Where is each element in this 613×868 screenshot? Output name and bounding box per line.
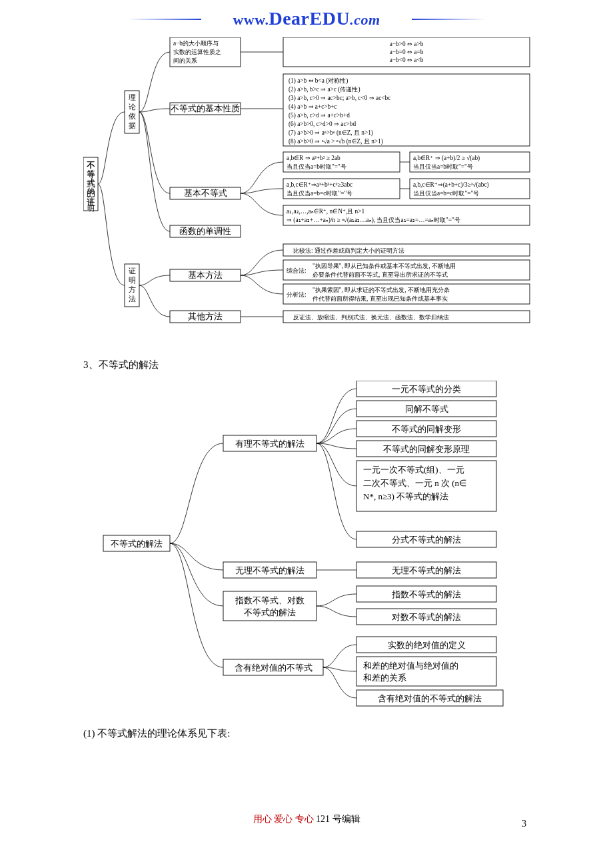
svg-text:a−b<0 ⇔ a<b: a−b<0 ⇔ a<b bbox=[390, 57, 424, 63]
diagram-solving-inequalities: .bx{fill:#fff;stroke:#000;stroke-width:0… bbox=[83, 381, 536, 714]
svg-text:基本方法: 基本方法 bbox=[188, 270, 223, 280]
svg-text:依: 依 bbox=[129, 112, 136, 120]
svg-text:分析法:: 分析法: bbox=[287, 291, 306, 298]
site-url: www.DearEDU.com bbox=[233, 11, 380, 28]
svg-text:比较法: 通过作差或商判定大小的证明方法: 比较法: 通过作差或商判定大小的证明方法 bbox=[293, 247, 404, 254]
svg-text:(7) a>b>0 ⇒ aⁿ>bⁿ (n∈Z, 且 n>1): (7) a>b>0 ⇒ aⁿ>bⁿ (n∈Z, 且 n>1) bbox=[289, 129, 373, 137]
svg-text:明: 明 bbox=[87, 204, 95, 212]
svg-text:(8) a>b>0 ⇒ ⁿ√a > ⁿ√b (n∈Z, 且 : (8) a>b>0 ⇒ ⁿ√a > ⁿ√b (n∈Z, 且 n>1) bbox=[289, 138, 383, 145]
svg-text:指数不等式的解法: 指数不等式的解法 bbox=[391, 589, 461, 599]
svg-text:理: 理 bbox=[129, 93, 136, 101]
svg-text:方: 方 bbox=[129, 285, 136, 293]
c1-leaves: 一元不等式的分类 同解不等式 不等式的同解变形 不等式的同解变形原理 一元一次不… bbox=[356, 381, 496, 547]
svg-text:法: 法 bbox=[129, 295, 136, 303]
svg-text:函数的单调性: 函数的单调性 bbox=[179, 226, 231, 236]
svg-text:(3) a>b, c>0 ⇒ ac>bc; a>b, c<0: (3) a>b, c>0 ⇒ ac>bc; a>b, c<0 ⇒ ac<bc bbox=[289, 95, 390, 102]
svg-text:不等式的基本性质: 不等式的基本性质 bbox=[171, 103, 240, 113]
page-content: .bx{fill:#fff;stroke:#000;stroke-width:0… bbox=[0, 37, 613, 852]
diagram-proof-of-inequalities: .bx{fill:#fff;stroke:#000;stroke-width:0… bbox=[83, 37, 536, 344]
svg-text:等: 等 bbox=[87, 169, 95, 177]
svg-text:基本不等式: 基本不等式 bbox=[184, 188, 227, 198]
svg-text:证: 证 bbox=[87, 195, 95, 203]
svg-text:a−b>0 ⇔ a>b: a−b>0 ⇔ a>b bbox=[390, 41, 424, 47]
svg-text:明: 明 bbox=[129, 276, 136, 284]
svg-text:含有绝对值的不等式的解法: 含有绝对值的不等式的解法 bbox=[378, 693, 482, 703]
svg-text:分式不等式的解法: 分式不等式的解法 bbox=[392, 535, 461, 545]
svg-text:式: 式 bbox=[87, 178, 95, 186]
svg-text:不: 不 bbox=[87, 161, 95, 169]
svg-text:不等式的同解变形: 不等式的同解变形 bbox=[392, 424, 461, 434]
svg-text:一元不等式的分类: 一元不等式的分类 bbox=[392, 384, 461, 394]
page-number: 3 bbox=[522, 819, 526, 829]
svg-text:(4) a>b ⇒ a+c>b+c: (4) a>b ⇒ a+c>b+c bbox=[289, 103, 337, 111]
svg-text:其他方法: 其他方法 bbox=[188, 311, 223, 321]
svg-text:反证法、放缩法、判别式法、换元法、函数法、数学归纳法: 反证法、放缩法、判别式法、换元法、函数法、数学归纳法 bbox=[293, 314, 449, 321]
svg-text:(5) a>b, c>d ⇒ a+c>b+d: (5) a>b, c>d ⇒ a+c>b+d bbox=[289, 112, 350, 119]
section-3-title: 3、不等式的解法 bbox=[83, 359, 530, 371]
svg-text:的: 的 bbox=[87, 187, 95, 195]
svg-text:论: 论 bbox=[129, 103, 136, 111]
note-1: (1) 不等式解法的理论体系见下表: bbox=[83, 727, 530, 740]
svg-text:对数不等式的解法: 对数不等式的解法 bbox=[392, 612, 461, 622]
svg-text:实数的绝对值的定义: 实数的绝对值的定义 bbox=[388, 640, 466, 650]
svg-text:(2) a>b, b>c ⇒ a>c (传递性): (2) a>b, b>c ⇒ a>c (传递性) bbox=[289, 86, 360, 93]
svg-text:综合法:: 综合法: bbox=[287, 267, 306, 274]
page-header: www.DearEDU.com bbox=[0, 0, 613, 33]
svg-text:(1) a>b ⇔ b<a (对称性): (1) a>b ⇔ b<a (对称性) bbox=[289, 77, 348, 85]
footer-text: 用心 爱心 专心 121 号编辑 bbox=[83, 813, 530, 825]
svg-text:有理不等式的解法: 有理不等式的解法 bbox=[235, 439, 305, 449]
svg-text:证: 证 bbox=[129, 267, 136, 275]
svg-text:据: 据 bbox=[129, 121, 136, 129]
svg-text:无理不等式的解法: 无理不等式的解法 bbox=[235, 565, 305, 575]
svg-text:无理不等式的解法: 无理不等式的解法 bbox=[392, 565, 461, 575]
svg-text:含有绝对值的不等式: 含有绝对值的不等式 bbox=[235, 663, 312, 673]
svg-text:不等式的同解变形原理: 不等式的同解变形原理 bbox=[383, 444, 470, 454]
svg-text:a−b=0 ⇔ a=b: a−b=0 ⇔ a=b bbox=[390, 49, 424, 55]
svg-text:同解不等式: 同解不等式 bbox=[405, 404, 448, 414]
svg-text:(6) a>b>0, c>d>0 ⇒ ac>bd: (6) a>b>0, c>d>0 ⇒ ac>bd bbox=[289, 121, 356, 128]
svg-text:不等式的解法: 不等式的解法 bbox=[111, 539, 163, 549]
